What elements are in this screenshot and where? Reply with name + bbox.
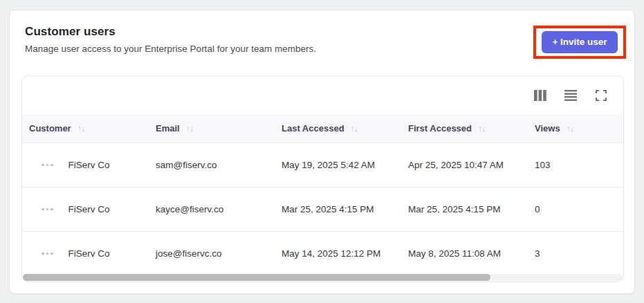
invite-button-annotation-highlight: + Invite user xyxy=(533,26,626,59)
column-header-first-accessed[interactable]: First Accessed ↑↓ xyxy=(408,123,535,134)
views-cell: 3 xyxy=(535,248,623,259)
last-accessed-cell: May 14, 2025 12:12 PM xyxy=(282,248,408,259)
column-label: Customer xyxy=(29,123,71,134)
sort-icon[interactable]: ↑↓ xyxy=(77,124,84,134)
row-actions-menu-icon[interactable] xyxy=(40,161,55,169)
page-title: Customer users xyxy=(25,25,316,39)
customer-users-page: { "header": { "title": "Customer users",… xyxy=(0,0,644,303)
customer-cell: FiServ Co xyxy=(29,160,156,170)
customer-name: FiServ Co xyxy=(68,248,110,259)
first-accessed-cell: May 8, 2025 11:08 AM xyxy=(408,248,535,259)
sort-icon[interactable]: ↑↓ xyxy=(351,124,358,134)
customer-name: FiServ Co xyxy=(68,160,110,170)
first-accessed-cell: Mar 25, 2025 4:15 PM xyxy=(408,204,535,214)
views-cell: 0 xyxy=(535,204,623,214)
column-header-customer[interactable]: Customer ↑↓ xyxy=(29,123,156,134)
table-toolbar xyxy=(22,76,623,114)
table-row[interactable]: FiServ Co sam@fiserv.co May 19, 2025 5:4… xyxy=(22,143,623,187)
users-table-container: Customer ↑↓ Email ↑↓ Last Accessed ↑↓ Fi… xyxy=(21,75,624,282)
table-row[interactable]: FiServ Co jose@fiservc.co May 14, 2025 1… xyxy=(22,231,623,275)
columns-icon[interactable] xyxy=(533,89,547,102)
column-header-last-accessed[interactable]: Last Accessed ↑↓ xyxy=(282,123,408,134)
column-header-views[interactable]: Views ↑↓ xyxy=(535,123,623,134)
row-actions-menu-icon[interactable] xyxy=(40,205,55,214)
customer-name: FiServ Co xyxy=(68,204,110,214)
sort-icon[interactable]: ↑↓ xyxy=(186,124,193,134)
column-label: First Accessed xyxy=(408,123,472,134)
horizontal-scrollbar-thumb[interactable] xyxy=(23,274,490,281)
table-header-row: Customer ↑↓ Email ↑↓ Last Accessed ↑↓ Fi… xyxy=(22,114,623,143)
sort-icon[interactable]: ↑↓ xyxy=(478,124,485,134)
first-accessed-cell: Apr 25, 2025 10:47 AM xyxy=(408,160,535,170)
card-header: Customer users Manage user access to you… xyxy=(25,25,316,54)
customer-cell: FiServ Co xyxy=(29,248,156,259)
page-subtitle: Manage user access to your Enterprise Po… xyxy=(25,44,316,54)
horizontal-scroll-zone xyxy=(22,275,623,282)
column-label: Last Accessed xyxy=(282,123,344,134)
fullscreen-icon[interactable] xyxy=(594,89,608,102)
table-row[interactable]: FiServ Co kayce@fiserv.co Mar 25, 2025 4… xyxy=(22,187,623,231)
last-accessed-cell: May 19, 2025 5:42 AM xyxy=(282,160,408,170)
row-density-icon[interactable] xyxy=(564,89,578,102)
email-cell: sam@fiserv.co xyxy=(156,160,282,170)
email-cell: jose@fiservc.co xyxy=(156,248,282,259)
email-cell: kayce@fiserv.co xyxy=(156,204,282,214)
column-header-email[interactable]: Email ↑↓ xyxy=(156,123,282,134)
previous-card-bottom-edge xyxy=(7,0,637,5)
sort-icon[interactable]: ↑↓ xyxy=(567,124,573,134)
horizontal-scrollbar-track[interactable] xyxy=(23,274,623,281)
last-accessed-cell: Mar 25, 2025 4:15 PM xyxy=(282,204,408,214)
views-cell: 103 xyxy=(535,160,623,170)
invite-user-button[interactable]: + Invite user xyxy=(542,31,617,53)
customer-cell: FiServ Co xyxy=(29,204,156,214)
column-label: Email xyxy=(156,123,180,134)
column-label: Views xyxy=(535,123,560,134)
customer-users-card: Customer users Manage user access to you… xyxy=(9,10,635,294)
row-actions-menu-icon[interactable] xyxy=(40,250,55,258)
